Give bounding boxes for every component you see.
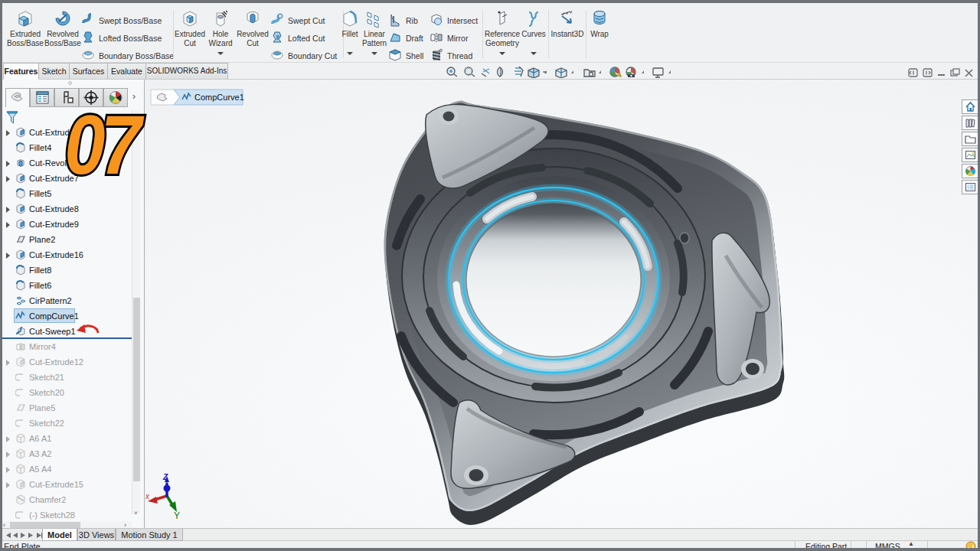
svg-text:Y: Y [174, 510, 180, 521]
svg-text:Z: Z [162, 473, 168, 481]
svg-text:07: 07 [64, 98, 145, 187]
svg-text:CompCurve1: CompCurve1 [194, 93, 244, 102]
svg-text:x: x [145, 492, 150, 500]
